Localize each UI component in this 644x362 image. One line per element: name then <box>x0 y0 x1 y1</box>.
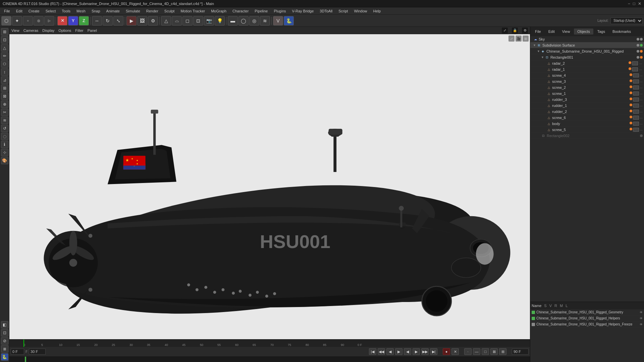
menu-character[interactable]: Character <box>230 8 251 14</box>
left-spin-btn[interactable]: ↺ <box>1 125 8 132</box>
checker-s4[interactable] <box>633 73 639 77</box>
left-polygon-btn[interactable]: △ <box>1 44 8 52</box>
obj-geometry[interactable]: Chinese_Submarine_Drone_HSU_001_Rigged_G… <box>530 309 644 315</box>
checker-r1[interactable] <box>632 67 638 71</box>
vis-dot-2[interactable] <box>637 44 639 47</box>
br-tab-s[interactable]: S <box>544 304 546 308</box>
left-select-btn[interactable]: ⊞ <box>1 28 8 36</box>
left-knife-btn[interactable]: ✂ <box>1 109 8 116</box>
vray-logo-btn[interactable]: V <box>273 16 283 25</box>
left-extra1-btn[interactable]: ◧ <box>1 321 8 328</box>
create-light-btn[interactable]: 💡 <box>215 16 225 25</box>
vis-dot[interactable] <box>637 38 639 41</box>
left-python-btn[interactable]: 🐍 <box>1 353 8 361</box>
left-extra2-btn[interactable]: ⊡ <box>1 329 8 337</box>
enviro-btn[interactable]: ◎ <box>249 16 259 25</box>
window-controls[interactable]: − □ ✕ <box>628 1 641 6</box>
axis-y-btn[interactable]: Y <box>68 16 78 25</box>
hier-radar1[interactable]: △ radar_1 … <box>530 66 644 72</box>
left-info-btn[interactable]: ℹ <box>1 141 8 148</box>
go-end-btn[interactable]: ▶| <box>430 348 437 355</box>
hier-submarine[interactable]: ▼ ◈ Chinese_Submarine_Drone_HSU_001_Rigg… <box>530 48 644 54</box>
br-tab-m[interactable]: M <box>560 304 563 308</box>
left-slide-btn[interactable]: ↕ <box>1 68 8 76</box>
color-dot-4[interactable] <box>640 56 643 59</box>
left-lasso-btn[interactable]: ⊡ <box>1 36 8 44</box>
color-ru3[interactable] <box>630 98 632 100</box>
checker-ru1[interactable] <box>633 104 639 108</box>
menu-animate[interactable]: Animate <box>104 8 122 14</box>
obj-helpers[interactable]: Chinese_Submarine_Drone_HSU_001_Rigged_H… <box>530 315 644 321</box>
menu-script[interactable]: Script <box>336 8 351 14</box>
color-dot-3[interactable] <box>640 50 643 53</box>
menu-motion-tracker[interactable]: Motion Tracker <box>178 8 208 14</box>
vt-filter[interactable]: Filter <box>75 28 83 33</box>
checker-s2[interactable] <box>633 85 639 89</box>
br-tab-v[interactable]: V <box>549 304 552 308</box>
tab-view[interactable]: View <box>559 28 574 35</box>
left-iron-btn[interactable]: ≋ <box>1 117 8 124</box>
left-smooth-btn[interactable]: ◌ <box>1 133 8 140</box>
create-spline-btn[interactable]: ⌓ <box>172 16 182 25</box>
floor-btn[interactable]: ▬ <box>228 16 238 25</box>
left-magnet-btn[interactable]: ⚇ <box>1 60 8 68</box>
uv-mode-btn[interactable]: ⊠ <box>490 348 498 355</box>
play-btn[interactable]: ▶ <box>395 348 402 355</box>
menu-pipeline[interactable]: Pipeline <box>252 8 270 14</box>
minimize-button[interactable]: − <box>628 1 630 6</box>
hier-radar2[interactable]: △ radar_2 … <box>530 60 644 66</box>
br-tab-l[interactable]: L <box>566 304 568 308</box>
hier-subdiv[interactable]: ▼ ⊞ Subdivision Surface <box>530 42 644 48</box>
edges-mode-btn[interactable]: — <box>473 348 480 355</box>
vt-display[interactable]: Display <box>42 28 54 33</box>
hier-screw1[interactable]: △ screw_1 … <box>530 90 644 97</box>
close-button[interactable]: ✕ <box>638 1 641 6</box>
record-btn[interactable]: ● <box>443 348 450 355</box>
checker-ru3[interactable] <box>633 98 639 102</box>
left-weld-btn[interactable]: ⊕ <box>1 101 8 108</box>
checker-s6[interactable] <box>633 116 639 120</box>
prev-frame-btn[interactable]: ◀ <box>386 348 394 355</box>
hier-screw2[interactable]: △ screw_2 … <box>530 84 644 90</box>
color-s4[interactable] <box>630 73 632 76</box>
render-dot[interactable] <box>640 38 643 41</box>
left-color-btn[interactable]: 🎨 <box>1 157 8 164</box>
hier-rudder3[interactable]: △ rudder_3 … <box>530 97 644 103</box>
maximize-button[interactable]: □ <box>633 1 635 6</box>
layout-mode-btn[interactable]: ⊞ <box>499 348 506 355</box>
obj-freeze-eye[interactable]: 👁 <box>640 323 643 326</box>
obj-freeze[interactable]: Chinese_Submarine_Drone_HSU_001_Rigged_H… <box>530 321 644 327</box>
checker-ru2[interactable] <box>633 110 639 114</box>
left-extra3-btn[interactable]: ⊘ <box>1 337 8 345</box>
vt-options[interactable]: Options <box>58 28 71 33</box>
color-body[interactable] <box>630 122 632 124</box>
object-mode-btn[interactable]: ✦ <box>12 16 22 25</box>
playhead[interactable] <box>23 340 24 347</box>
menu-mesh[interactable]: Mesh <box>74 8 88 14</box>
menu-sculpt[interactable]: Sculpt <box>162 8 177 14</box>
menu-tools[interactable]: Tools <box>59 8 73 14</box>
color-s2[interactable] <box>630 85 632 88</box>
render-to-picture-btn[interactable]: 🖼 <box>137 16 147 25</box>
vis-dot-3[interactable] <box>637 50 639 53</box>
menu-edit[interactable]: Edit <box>13 8 25 14</box>
layout-selector[interactable]: Startup (Used) <box>610 17 643 24</box>
animate-mode-btn[interactable]: ▷ <box>44 16 54 25</box>
hier-body[interactable]: △ body … <box>530 121 644 127</box>
current-frame-input[interactable] <box>11 349 24 355</box>
hier-screw6[interactable]: △ screw_6 … <box>530 115 644 121</box>
menu-file[interactable]: File <box>1 8 13 14</box>
viewport-canvas[interactable]: ★ ★ ★ ★ ★ HSU001 <box>9 34 530 339</box>
left-extra4-btn[interactable]: ≣ <box>1 345 8 353</box>
sculpt-mode-btn[interactable]: ◎ <box>34 16 44 25</box>
menu-help[interactable]: Help <box>371 8 384 14</box>
obj-geom-eye[interactable]: 👁 <box>640 311 643 314</box>
hier-screw4[interactable]: △ screw_4 … <box>530 72 644 78</box>
color-s6[interactable] <box>630 116 632 118</box>
fps-input[interactable] <box>29 349 46 355</box>
hier-rect001[interactable]: ▼ ⊡ Rectangle001 <box>530 54 644 60</box>
checker-s5[interactable] <box>633 128 639 132</box>
viewport-settings-icon[interactable]: ⚙ <box>522 27 528 34</box>
axis-z-btn[interactable]: Z <box>79 16 89 25</box>
model-mode-btn[interactable]: ⬡ <box>1 16 11 25</box>
